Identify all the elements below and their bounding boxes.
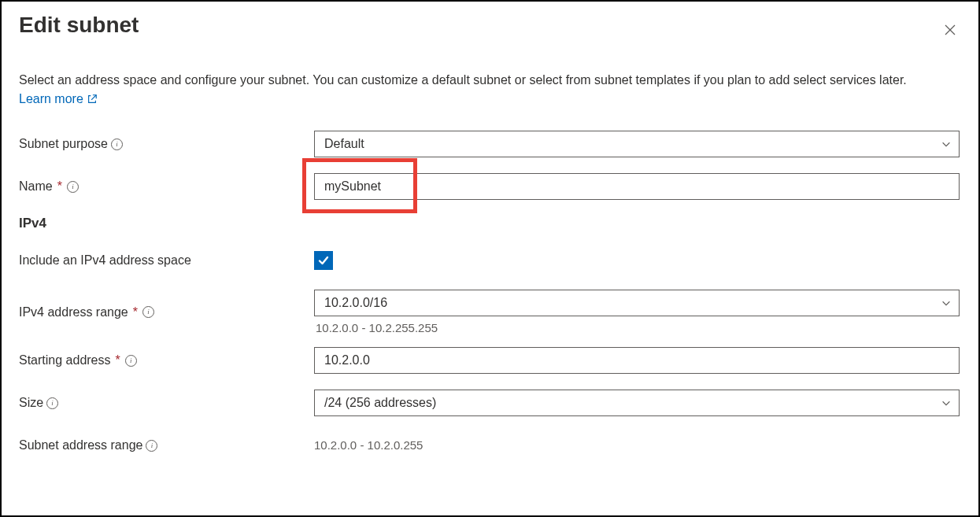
starting-address-input[interactable] bbox=[314, 347, 960, 374]
subnet-purpose-value: Default bbox=[324, 137, 364, 151]
ipv4-range-helper: 10.2.0.0 - 10.2.255.255 bbox=[314, 321, 960, 334]
name-label: Name bbox=[19, 179, 53, 194]
learn-more-link[interactable]: Learn more bbox=[19, 90, 98, 109]
close-icon bbox=[944, 24, 956, 36]
size-value: /24 (256 addresses) bbox=[324, 396, 436, 410]
info-icon[interactable]: i bbox=[142, 306, 154, 318]
ipv4-range-label: IPv4 address range bbox=[19, 305, 128, 319]
panel-title: Edit subnet bbox=[19, 13, 139, 38]
include-ipv4-checkbox[interactable] bbox=[314, 251, 333, 270]
check-icon bbox=[317, 254, 330, 267]
subnet-range-value: 10.2.0.0 - 10.2.0.255 bbox=[314, 438, 423, 452]
required-mark: * bbox=[133, 305, 138, 319]
description-text: Select an address space and configure yo… bbox=[19, 73, 907, 87]
required-mark: * bbox=[57, 179, 62, 194]
subnet-purpose-label: Subnet purpose bbox=[19, 137, 108, 151]
info-icon[interactable]: i bbox=[125, 355, 137, 367]
size-label: Size bbox=[19, 396, 43, 410]
panel-description: Select an address space and configure yo… bbox=[19, 71, 961, 109]
required-mark: * bbox=[116, 353, 120, 367]
ipv4-section-heading: IPv4 bbox=[19, 216, 961, 231]
name-input[interactable] bbox=[314, 173, 960, 200]
info-icon[interactable]: i bbox=[46, 397, 58, 409]
info-icon[interactable]: i bbox=[111, 138, 123, 150]
ipv4-range-value: 10.2.0.0/16 bbox=[324, 296, 387, 310]
subnet-purpose-select[interactable]: Default bbox=[314, 131, 960, 157]
include-ipv4-label: Include an IPv4 address space bbox=[19, 253, 191, 268]
info-icon[interactable]: i bbox=[146, 440, 157, 452]
ipv4-range-select[interactable]: 10.2.0.0/16 bbox=[314, 290, 960, 316]
size-select[interactable]: /24 (256 addresses) bbox=[314, 390, 960, 416]
subnet-range-label: Subnet address range bbox=[19, 438, 142, 452]
info-icon[interactable]: i bbox=[67, 181, 79, 193]
external-link-icon bbox=[87, 94, 98, 105]
starting-address-label: Starting address bbox=[19, 353, 111, 367]
close-button[interactable] bbox=[939, 19, 961, 41]
learn-more-label: Learn more bbox=[19, 90, 83, 109]
